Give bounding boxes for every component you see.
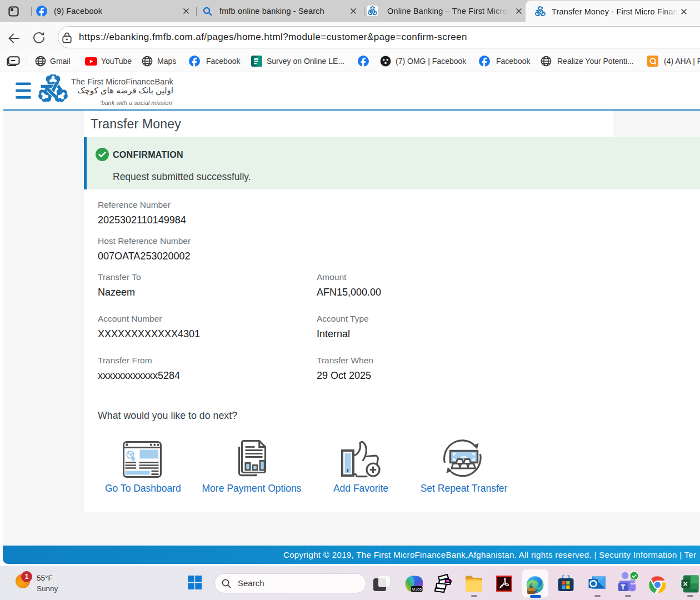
svg-text:M365: M365 [412,587,422,592]
